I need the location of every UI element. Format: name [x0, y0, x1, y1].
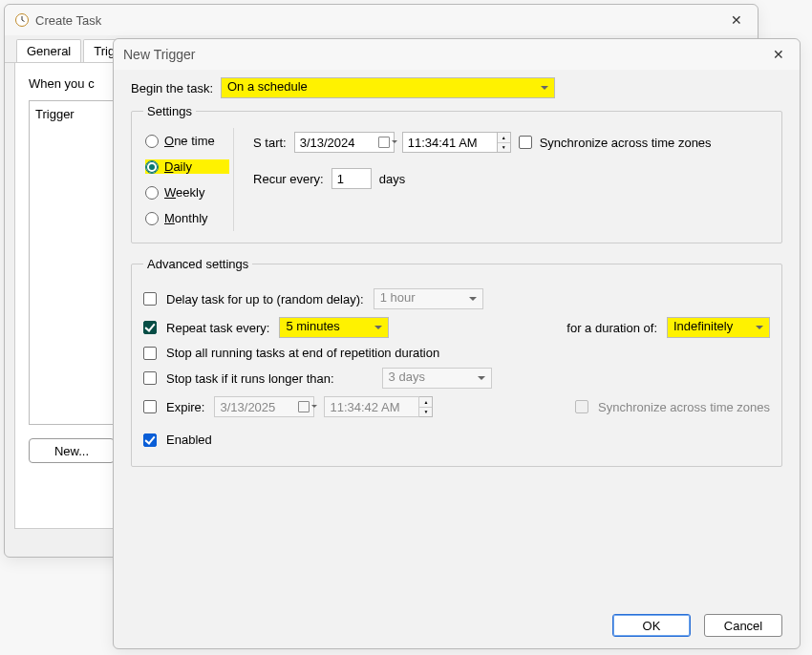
begin-task-select[interactable]: On a schedule: [221, 77, 555, 98]
start-time-input[interactable]: 11:34:41 AM: [402, 132, 498, 153]
expire-date-value: 3/13/2025: [220, 400, 275, 414]
delay-select[interactable]: 1 hour: [374, 288, 483, 309]
new-button[interactable]: New...: [29, 438, 115, 463]
create-task-title: Create Task: [35, 13, 101, 28]
close-icon[interactable]: ✕: [725, 9, 748, 32]
expire-time-value: 11:34:42 AM: [330, 400, 399, 414]
calendar-icon: [378, 137, 390, 148]
ok-button[interactable]: OK: [612, 614, 691, 637]
close-icon[interactable]: ✕: [767, 43, 790, 66]
start-time-value: 11:34:41 AM: [408, 136, 478, 150]
new-trigger-titlebar: New Trigger ✕: [114, 39, 800, 70]
schedule-radio-group: One time Daily Weekly Monthly: [143, 128, 234, 231]
stop-longer-label: Stop task if it runs longer than:: [166, 371, 334, 386]
stop-longer-select[interactable]: 3 days: [382, 368, 492, 389]
advanced-settings-fieldset: Advanced settings Delay task for up to (…: [131, 257, 782, 467]
new-trigger-window: New Trigger ✕ Begin the task: On a sched…: [113, 38, 801, 649]
begin-task-label: Begin the task:: [131, 81, 213, 95]
recur-every-input[interactable]: 1: [331, 168, 372, 189]
start-date-value: 3/13/2024: [300, 136, 355, 150]
new-trigger-title: New Trigger: [123, 47, 195, 62]
radio-weekly[interactable]: Weekly: [145, 185, 229, 200]
radio-icon: [145, 212, 159, 225]
expire-label: Expire:: [166, 400, 204, 414]
settings-legend: Settings: [143, 104, 196, 118]
settings-fieldset: Settings One time Daily Weekly: [131, 104, 782, 243]
stop-longer-value: 3 days: [389, 370, 425, 384]
time-spinner[interactable]: ▲▼: [498, 132, 511, 153]
time-spinner[interactable]: ▲▼: [419, 396, 433, 417]
expire-sync-checkbox: [575, 400, 588, 413]
enabled-checkbox[interactable]: [143, 433, 157, 447]
sync-tz-checkbox[interactable]: [519, 136, 532, 149]
radio-one-time[interactable]: One time: [145, 134, 229, 148]
create-task-titlebar: Create Task ✕: [5, 5, 758, 35]
expire-date-input[interactable]: 3/13/2025: [214, 396, 314, 417]
repeat-every-value: 5 minutes: [286, 319, 339, 333]
delay-label: Delay task for up to (random delay):: [166, 292, 364, 306]
radio-icon: [145, 186, 159, 200]
for-duration-label: for a duration of:: [566, 321, 657, 335]
delay-value: 1 hour: [380, 290, 416, 305]
start-label: S tart:: [253, 136, 287, 150]
stop-longer-checkbox[interactable]: [143, 371, 157, 385]
radio-icon: [145, 160, 159, 174]
begin-task-value: On a schedule: [227, 79, 308, 94]
delay-checkbox[interactable]: [143, 292, 157, 306]
radio-icon: [145, 135, 159, 148]
new-trigger-body: Begin the task: On a schedule Settings O…: [114, 70, 800, 478]
stop-all-checkbox[interactable]: [143, 347, 157, 360]
repeat-label: Repeat task every:: [166, 321, 269, 335]
advanced-settings-legend: Advanced settings: [143, 257, 252, 271]
start-date-input[interactable]: 3/13/2024: [294, 132, 395, 153]
recur-label: Recur every:: [253, 172, 324, 186]
recur-unit: days: [379, 172, 405, 186]
clock-icon: [14, 12, 30, 28]
expire-checkbox[interactable]: [143, 400, 157, 413]
radio-daily[interactable]: Daily: [145, 159, 229, 174]
repeat-checkbox[interactable]: [143, 321, 157, 334]
stop-all-label: Stop all running tasks at end of repetit…: [166, 346, 439, 360]
tab-general[interactable]: General: [16, 39, 81, 62]
expire-time-input[interactable]: 11:34:42 AM: [324, 396, 419, 417]
repeat-every-select[interactable]: 5 minutes: [279, 317, 389, 338]
enabled-label: Enabled: [166, 433, 212, 447]
for-duration-value: Indefinitely: [673, 319, 733, 333]
dialog-footer: OK Cancel: [612, 614, 782, 637]
sync-tz-label: Synchronize across time zones: [540, 136, 712, 150]
cancel-button[interactable]: Cancel: [704, 614, 782, 637]
radio-monthly[interactable]: Monthly: [145, 211, 229, 225]
calendar-icon: [298, 401, 310, 412]
for-duration-select[interactable]: Indefinitely: [667, 317, 770, 338]
expire-sync-label: Synchronize across time zones: [598, 400, 770, 414]
